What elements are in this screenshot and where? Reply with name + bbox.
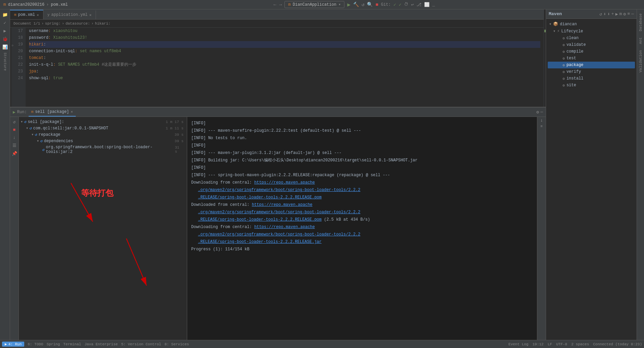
maven-item-install[interactable]: ⚙ install	[548, 75, 635, 82]
tree-item-2[interactable]: ▾ ↺ repackage 39 s	[21, 131, 185, 138]
tree-item-1[interactable]: ▾ ↺ com.qcl:sell:jar:0.0.1-SNAPSHOT 1 m …	[21, 125, 185, 131]
tab-application-yml[interactable]: y application.yml ✕	[43, 10, 96, 19]
java-enterprise-btn[interactable]: Java Enterprise	[84, 342, 118, 346]
back-btn[interactable]: ←	[274, 2, 276, 7]
version-control-btn[interactable]: 5: Version Control	[121, 342, 161, 346]
downloaded-link-1b[interactable]: .org/maven2/org/springframework/boot/spr…	[198, 210, 360, 215]
status-spaces[interactable]: 2 spaces	[571, 342, 589, 346]
download-link-1b[interactable]: .org/maven2/org/springframework/boot/spr…	[198, 188, 360, 192]
run-tab-close-icon[interactable]: ✕	[71, 109, 73, 114]
search-button[interactable]: 🔍	[367, 2, 373, 7]
maven-item-diancan[interactable]: ▾ 📦 diancan	[548, 21, 635, 28]
event-log-btn[interactable]: Event Log	[508, 342, 528, 346]
git-branch-icon[interactable]: ⎇	[416, 2, 421, 7]
debug-icon[interactable]: 🐞	[1, 35, 9, 43]
downloaded-link-1[interactable]: https://repo.maven.apache	[252, 202, 312, 207]
structure-icon[interactable]: Structure	[2, 52, 8, 72]
soft-wrap-icon[interactable]: ≡	[539, 123, 544, 129]
maven-panel: Maven ↺ ⬇ ⬇ + ▶ m ⚙ ≡ — ▾ 📦	[546, 9, 637, 340]
download-link-2c[interactable]: .RELEASE/spring-boot-loader-tools-2.2.2.…	[198, 240, 321, 244]
tree-item-4-label: org.springframework.boot:spring-boot-loa…	[46, 145, 175, 154]
maven-hide-icon[interactable]: —	[631, 11, 634, 17]
stop-run-icon[interactable]: ■	[12, 126, 17, 133]
maven-item-lifecycle[interactable]: ▾ ⚡ Lifecycle	[548, 28, 635, 35]
validation-tab[interactable]: Validation	[638, 48, 643, 75]
maven-item-test[interactable]: ⚙ test	[548, 55, 635, 62]
wrap-icon[interactable]: ⟵	[538, 118, 545, 123]
spring-btn[interactable]: Spring	[46, 342, 60, 346]
tab-pom-close[interactable]: ✕	[37, 13, 39, 17]
minimize-icon[interactable]: _	[432, 2, 435, 7]
run-tab-active[interactable]: m sell [package] ✕	[29, 108, 76, 117]
code-line-23: jpa:	[29, 68, 540, 75]
output-line-8: [INFO] --- spring-boot-maven-plugin:2.2.…	[191, 171, 533, 179]
tree-item-4[interactable]: ↺ org.springframework.boot:spring-boot-l…	[21, 144, 185, 155]
maximize-icon[interactable]: ⬜	[424, 2, 430, 7]
tree-item-3[interactable]: ▾ ↺ dependencies 39 s	[21, 138, 185, 144]
run-output[interactable]: [INFO] [INFO] --- maven-surefire-plugin:…	[187, 117, 537, 340]
run-button[interactable]: ▶	[347, 1, 350, 8]
run-status-btn[interactable]: ▶ 4: Run	[2, 342, 24, 347]
maven-collapse-icon[interactable]: ≡	[627, 11, 630, 17]
maven-run-icon[interactable]: ▶	[615, 11, 618, 17]
status-encoding[interactable]: UTF-8	[556, 342, 567, 346]
profiler-icon[interactable]: 📊	[1, 43, 9, 51]
reload-button[interactable]: ↺	[362, 2, 364, 7]
todo-btn[interactable]: 6: TODO	[28, 342, 43, 346]
run-settings-icon[interactable]: ⚙	[536, 109, 539, 115]
status-lf[interactable]: LF	[548, 342, 552, 346]
code-editor[interactable]: 17 18 19○ 20 21 22 23 24 use	[10, 28, 544, 107]
git-revert-icon[interactable]: ↩	[411, 2, 414, 7]
pin-icon[interactable]: 📌	[11, 150, 18, 157]
ant-tab[interactable]: Ant	[638, 35, 643, 47]
git-history-icon[interactable]: ⏱	[404, 2, 408, 7]
code-line-18: password: Xiaoshitou123!	[29, 34, 540, 41]
maven-item-site[interactable]: ⚙ site	[548, 82, 635, 89]
maven-download-icon[interactable]: ⬇	[603, 11, 606, 17]
scroll-icon[interactable]: ↓	[12, 134, 17, 141]
commit-icon[interactable]: ✓	[3, 19, 7, 27]
stop-button[interactable]: ■	[375, 2, 378, 7]
maven-add-icon[interactable]: +	[611, 11, 614, 17]
tree-item-root[interactable]: ▾ ↺ sell [package]: 1 m 17 s	[21, 119, 185, 125]
annotation-text: 等待打包	[81, 188, 113, 198]
maven-item-verify[interactable]: ⚙ verify	[548, 68, 635, 75]
gear-icon-validate: ⚙	[563, 43, 565, 47]
code-lines[interactable]: username: xiaoshitou password: Xiaoshito…	[26, 28, 544, 107]
project-sidebar-icon[interactable]: 📁	[1, 11, 9, 19]
maven-item-package[interactable]: ⚙ package	[548, 62, 635, 68]
gear-icon-site: ⚙	[563, 83, 565, 88]
output-line-2: [INFO] --- maven-surefire-plugin:2.22.2:…	[191, 127, 533, 134]
download-link-1[interactable]: https://repo.maven.apache	[254, 180, 315, 185]
maven-download-src-icon[interactable]: ⬇	[607, 11, 610, 17]
maven-settings-icon[interactable]: ⚙	[623, 11, 626, 17]
run-config-selector[interactable]: m DianCanApplication ▾	[284, 1, 344, 8]
left-sidebar: 📁 ✓ ▶ 🐞 📊 Structure	[0, 9, 10, 340]
run-hide-icon[interactable]: —	[540, 109, 543, 115]
maven-item-validate[interactable]: ⚙ validate	[548, 41, 635, 48]
code-line-22: init-s-q-l: SET NAMES utf8mb4 #这是最重要的一步	[29, 61, 540, 68]
terminal-btn[interactable]: Terminal	[63, 342, 81, 346]
tab-pom-xml[interactable]: m pom.xml ✕	[10, 10, 43, 19]
run-status-icon: ▶	[5, 342, 7, 346]
rerun-icon[interactable]: ↺	[12, 118, 17, 126]
maven-m-icon[interactable]: m	[619, 11, 622, 17]
tree-root-label: sell [package]:	[28, 120, 64, 124]
download-link-1c[interactable]: .RELEASE/spring-boot-loader-tools-2.2.2.…	[198, 195, 321, 200]
services-btn[interactable]: 8: Services	[165, 342, 189, 346]
maven-item-compile[interactable]: ⚙ compile	[548, 48, 635, 55]
downloaded-link-1c[interactable]: .RELEASE/spring-boot-loader-tools-2.2.2.…	[198, 217, 321, 222]
tab-bar: m pom.xml ✕ y application.yml ✕	[10, 9, 544, 20]
forward-btn[interactable]: →	[279, 2, 282, 7]
download-link-2b[interactable]: .org/maven2/org/springframework/boot/spr…	[198, 232, 360, 237]
build-button[interactable]: 🔨	[353, 2, 359, 7]
run-sidebar-icon[interactable]: ▶	[3, 27, 7, 35]
maven-item-clean[interactable]: ⚙ clean	[548, 35, 635, 41]
download-link-2[interactable]: https://repo.maven.apache	[254, 225, 315, 229]
database-tab[interactable]: Database	[638, 11, 643, 34]
maven-refresh-icon[interactable]: ↺	[600, 11, 602, 17]
filter-icon[interactable]: ☰	[11, 142, 18, 149]
tab-yml-close[interactable]: ✕	[89, 13, 92, 17]
output-line-4: [INFO]	[191, 142, 533, 149]
status-bar: ▶ 4: Run 6: TODO Spring Terminal Java En…	[0, 340, 644, 348]
